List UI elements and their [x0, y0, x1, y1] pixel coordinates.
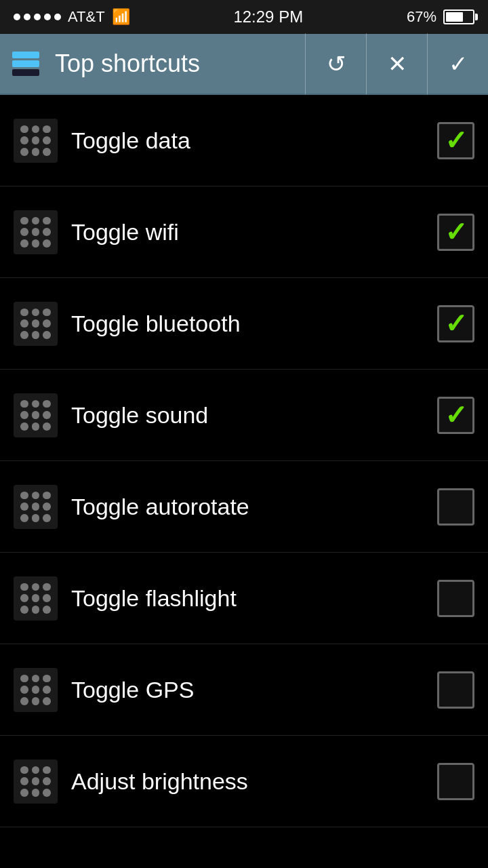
drag-handle-toggle-bluetooth[interactable]	[14, 302, 58, 346]
drag-handle-toggle-data[interactable]	[14, 119, 58, 163]
signal-dots	[14, 14, 61, 20]
drag-dot	[20, 766, 28, 774]
drag-dot	[43, 239, 51, 248]
toolbar-title: Top shortcuts	[55, 50, 305, 78]
checkmark-icon: ✓	[445, 127, 468, 154]
drag-handle-adjust-brightness[interactable]	[14, 760, 58, 804]
drag-dot	[43, 319, 51, 328]
toolbar-left: Top shortcuts	[0, 45, 305, 83]
drag-dot	[32, 697, 40, 705]
drag-dot	[32, 217, 40, 225]
drag-dot	[43, 125, 51, 134]
drag-dot	[20, 502, 28, 511]
close-icon: ✕	[388, 50, 407, 77]
drag-dot	[20, 594, 28, 602]
drag-handle-toggle-gps[interactable]	[14, 668, 58, 712]
drag-dot	[32, 777, 40, 785]
drag-dot	[20, 411, 28, 419]
drag-dot	[32, 606, 40, 614]
drag-dot	[20, 125, 28, 134]
item-label-toggle-sound: Toggle sound	[71, 402, 437, 429]
list-item-toggle-gps: Toggle GPS	[0, 644, 488, 736]
drag-handle-toggle-sound[interactable]	[14, 393, 58, 437]
status-bar: AT&T 📶 12:29 PM 67%	[0, 0, 488, 34]
drag-dot	[43, 675, 51, 683]
drag-dot	[43, 686, 51, 694]
drag-dot	[43, 228, 51, 236]
checkmark-icon: ✓	[445, 401, 468, 429]
signal-dot-1	[14, 14, 20, 20]
checkbox-toggle-flashlight[interactable]	[437, 580, 474, 617]
drag-dot	[20, 686, 28, 694]
battery-icon	[443, 9, 474, 24]
drag-dot	[43, 777, 51, 785]
toolbar-actions: ↺ ✕ ✓	[305, 34, 488, 94]
drag-dot	[20, 514, 28, 522]
item-label-toggle-flashlight: Toggle flashlight	[71, 585, 437, 612]
checkbox-toggle-sound[interactable]: ✓	[437, 397, 474, 434]
checkbox-toggle-bluetooth[interactable]: ✓	[437, 305, 474, 342]
wifi-icon: 📶	[112, 8, 130, 26]
shortcuts-list: Toggle data✓Toggle wifi✓Toggle bluetooth…	[0, 95, 488, 827]
confirm-icon: ✓	[449, 50, 468, 77]
drag-dot	[20, 136, 28, 144]
carrier-label: AT&T	[68, 8, 105, 26]
drag-dot	[20, 319, 28, 328]
drag-dot	[43, 766, 51, 774]
drag-dot	[20, 697, 28, 705]
list-item-toggle-wifi: Toggle wifi✓	[0, 186, 488, 278]
drag-dot	[32, 136, 40, 144]
drag-dot	[32, 125, 40, 134]
drag-dot	[43, 606, 51, 614]
drag-dot	[43, 422, 51, 431]
icon-bar-3	[12, 69, 39, 76]
status-bar-left: AT&T 📶	[14, 8, 130, 26]
drag-dot	[43, 697, 51, 705]
drag-dot	[43, 331, 51, 339]
checkbox-toggle-wifi[interactable]: ✓	[437, 214, 474, 251]
drag-dot	[32, 331, 40, 339]
drag-dot	[20, 606, 28, 614]
status-bar-time: 12:29 PM	[233, 7, 303, 26]
close-button[interactable]: ✕	[366, 33, 427, 94]
drag-dot	[43, 514, 51, 522]
drag-dot	[20, 583, 28, 591]
drag-dot	[20, 309, 28, 317]
drag-dot	[32, 583, 40, 591]
checkbox-toggle-autorotate[interactable]	[437, 488, 474, 526]
drag-dot	[43, 594, 51, 602]
status-bar-right: 67%	[407, 8, 474, 26]
drag-dot	[20, 331, 28, 339]
drag-dot	[43, 309, 51, 317]
drag-dot	[32, 400, 40, 408]
drag-handle-toggle-flashlight[interactable]	[14, 576, 58, 620]
drag-handle-toggle-wifi[interactable]	[14, 210, 58, 254]
drag-dot	[20, 492, 28, 500]
checkbox-toggle-data[interactable]: ✓	[437, 122, 474, 159]
drag-dot	[43, 789, 51, 797]
drag-dot	[20, 148, 28, 156]
drag-dot	[32, 789, 40, 797]
signal-dot-5	[54, 14, 61, 20]
drag-dot	[32, 594, 40, 602]
drag-dot	[20, 239, 28, 248]
reset-button[interactable]: ↺	[305, 33, 366, 94]
drag-dot	[43, 502, 51, 511]
app-icon	[7, 45, 44, 83]
drag-dot	[32, 492, 40, 500]
list-item-toggle-sound: Toggle sound✓	[0, 370, 488, 461]
checkbox-adjust-brightness[interactable]	[437, 763, 474, 800]
drag-dot	[20, 777, 28, 785]
drag-dot	[32, 239, 40, 248]
drag-dot	[43, 217, 51, 225]
drag-dot	[32, 766, 40, 774]
toolbar: Top shortcuts ↺ ✕ ✓	[0, 34, 488, 95]
list-item-toggle-autorotate: Toggle autorotate	[0, 461, 488, 553]
confirm-button[interactable]: ✓	[427, 33, 488, 94]
drag-handle-toggle-autorotate[interactable]	[14, 485, 58, 529]
checkbox-toggle-gps[interactable]	[437, 671, 474, 709]
drag-dot	[20, 422, 28, 431]
battery-percent: 67%	[407, 8, 436, 26]
drag-dot	[20, 217, 28, 225]
signal-dot-3	[34, 14, 41, 20]
